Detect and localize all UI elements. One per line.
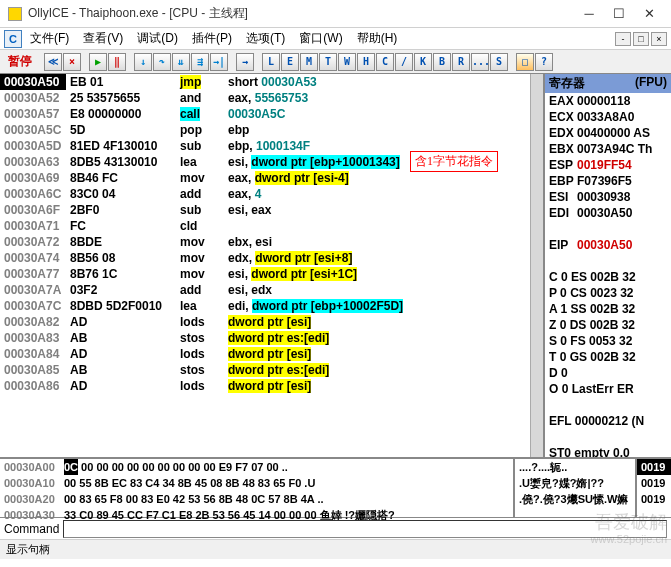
flag-row: C 0 ES 002B 32	[545, 269, 671, 285]
toolbar-B[interactable]: B	[433, 53, 451, 71]
dump-address-col: 00030A0000030A1000030A2000030A30	[0, 459, 60, 517]
help-button[interactable]: ?	[535, 53, 553, 71]
toolbar-T[interactable]: T	[319, 53, 337, 71]
disasm-row[interactable]: 00030A57E8 00000000call00030A5C	[0, 106, 543, 122]
menu-文件(F)[interactable]: 文件(F)	[24, 28, 75, 49]
flag-row: A 1 SS 002B 32	[545, 301, 671, 317]
menu-查看(V)[interactable]: 查看(V)	[77, 28, 129, 49]
reg-EAX: EAX00000118	[545, 93, 671, 109]
mdi-minimize[interactable]: -	[615, 32, 631, 46]
disasm-row[interactable]: 00030A778B76 1Cmovesi, dword ptr [esi+1C…	[0, 266, 543, 282]
window-title: OllyICE - Thaiphoon.exe - [CPU - 主线程]	[28, 5, 575, 22]
run-button[interactable]: ▶	[89, 53, 107, 71]
registers-pane[interactable]: 寄存器(FPU) EAX00000118ECX0033A8A0EDX004000…	[543, 74, 671, 457]
menu-帮助(H)[interactable]: 帮助(H)	[351, 28, 404, 49]
goto-button[interactable]: →	[236, 53, 254, 71]
toolbar: 暂停 ≪ × ▶ ‖ ↓ ↷ ⇊ ⇶ →| → LEMTWHC/KBR...S …	[0, 50, 671, 74]
disasm-row[interactable]: 00030A5C5Dpopebp	[0, 122, 543, 138]
flag-row: P 0 CS 0023 32	[545, 285, 671, 301]
command-label: Command	[4, 522, 59, 536]
mdi-close[interactable]: ×	[651, 32, 667, 46]
toolbar-E[interactable]: E	[281, 53, 299, 71]
status-paused: 暂停	[4, 53, 36, 70]
disasm-row[interactable]: 00030A83ABstosdword ptr es:[edi]	[0, 330, 543, 346]
minimize-button[interactable]: ─	[575, 2, 603, 26]
command-input[interactable]	[63, 520, 667, 538]
dump-ascii-col: ....?....轭...U嬱皃?媟?媠|??.僥?.僥?3爔SU愫.W嫲	[513, 459, 635, 517]
disasm-row[interactable]: 00030A7A03F2addesi, edx	[0, 282, 543, 298]
options-button[interactable]: □	[516, 53, 534, 71]
reg-EDI: EDI00030A50	[545, 205, 671, 221]
disasm-row[interactable]: 00030A84ADlodsdword ptr [esi]	[0, 346, 543, 362]
titlebar: OllyICE - Thaiphoon.exe - [CPU - 主线程] ─ …	[0, 0, 671, 28]
disasm-row[interactable]: 00030A698B46 FCmoveax, dword ptr [esi-4]	[0, 170, 543, 186]
mdi-controls: - □ ×	[615, 32, 667, 46]
toolbar-W[interactable]: W	[338, 53, 356, 71]
menu-调试(D)[interactable]: 调试(D)	[131, 28, 184, 49]
disasm-row[interactable]: 00030A82ADlodsdword ptr [esi]	[0, 314, 543, 330]
disasm-row[interactable]: 00030A748B56 08movedx, dword ptr [esi+8]	[0, 250, 543, 266]
stop-button[interactable]: ×	[63, 53, 81, 71]
menubar: C 文件(F)查看(V)调试(D)插件(P)选项(T)窗口(W)帮助(H) - …	[0, 28, 671, 50]
disasm-row[interactable]: 00030A6F2BF0subesi, eax	[0, 202, 543, 218]
app-icon	[8, 7, 22, 21]
pause-button[interactable]: ‖	[108, 53, 126, 71]
registers-header: 寄存器(FPU)	[545, 74, 671, 93]
window-controls: ─ ☐ ✕	[575, 2, 663, 26]
reg-EDX: EDX00400000 AS	[545, 125, 671, 141]
disasm-row[interactable]: 00030A85ABstosdword ptr es:[edi]	[0, 362, 543, 378]
maximize-button[interactable]: ☐	[605, 2, 633, 26]
disassembly-pane[interactable]: 00030A50EB 01jmpshort 00030A5300030A5225…	[0, 74, 543, 457]
trace-into-button[interactable]: ⇊	[172, 53, 190, 71]
flag-row: T 0 GS 002B 32	[545, 349, 671, 365]
toolbar-L[interactable]: L	[262, 53, 280, 71]
step-into-button[interactable]: ↓	[134, 53, 152, 71]
stack-col: 001900190019	[635, 459, 671, 517]
disasm-row[interactable]: 00030A5225 53575655andeax, 55565753	[0, 90, 543, 106]
flag-row: S 0 FS 0053 32	[545, 333, 671, 349]
toolbar-S[interactable]: S	[490, 53, 508, 71]
flag-row: D 0	[545, 365, 671, 381]
menu-窗口(W)[interactable]: 窗口(W)	[293, 28, 348, 49]
toolbar-C[interactable]: C	[376, 53, 394, 71]
command-bar: Command	[0, 517, 671, 539]
toolbar-M[interactable]: M	[300, 53, 318, 71]
disasm-row[interactable]: 00030A86ADlodsdword ptr [esi]	[0, 378, 543, 394]
toolbar-K[interactable]: K	[414, 53, 432, 71]
disasm-row[interactable]: 00030A6C83C0 04addeax, 4	[0, 186, 543, 202]
efl-row: EFL 00000212 (N	[545, 413, 671, 429]
execute-till-button[interactable]: →|	[210, 53, 228, 71]
main-area: 00030A50EB 01jmpshort 00030A5300030A5225…	[0, 74, 671, 457]
menu-选项(T)[interactable]: 选项(T)	[240, 28, 291, 49]
reg-EBP: EBPF07396F5	[545, 173, 671, 189]
annotation-label: 含1字节花指令	[410, 151, 498, 172]
reg-ESI: ESI00030938	[545, 189, 671, 205]
watermark: 吾爱破解 www.52pojie.cn	[591, 513, 667, 545]
disasm-row[interactable]: 00030A71FCcld	[0, 218, 543, 234]
disasm-row[interactable]: 00030A7C8DBD 5D2F0010leaedi, dword ptr […	[0, 298, 543, 314]
disasm-row[interactable]: 00030A728BDEmovebx, esi	[0, 234, 543, 250]
disasm-row[interactable]: 00030A50EB 01jmpshort 00030A53	[0, 74, 543, 90]
cpu-icon[interactable]: C	[4, 30, 22, 48]
scrollbar[interactable]	[530, 74, 543, 457]
dump-pane[interactable]: 00030A0000030A1000030A2000030A30 0C 00 0…	[0, 457, 671, 517]
reg-EBX: EBX0073A94C Th	[545, 141, 671, 157]
dump-hex-col: 0C 00 00 00 00 00 00 00 00 00 E9 F7 07 0…	[60, 459, 513, 517]
reg-ECX: ECX0033A8A0	[545, 109, 671, 125]
menu-插件(P)[interactable]: 插件(P)	[186, 28, 238, 49]
toolbar-H[interactable]: H	[357, 53, 375, 71]
toolbar-/[interactable]: /	[395, 53, 413, 71]
fpu-row: ST0 empty 0.0	[545, 445, 671, 457]
flag-row: Z 0 DS 002B 32	[545, 317, 671, 333]
toolbar-...[interactable]: ...	[471, 53, 489, 71]
toolbar-R[interactable]: R	[452, 53, 470, 71]
mdi-restore[interactable]: □	[633, 32, 649, 46]
reg-ESP: ESP0019FF54	[545, 157, 671, 173]
status-bar: 显示句柄	[0, 539, 671, 559]
trace-over-button[interactable]: ⇶	[191, 53, 209, 71]
step-over-button[interactable]: ↷	[153, 53, 171, 71]
close-button[interactable]: ✕	[635, 2, 663, 26]
reg-eip: EIP00030A50	[545, 237, 671, 253]
flag-row: O 0 LastErr ER	[545, 381, 671, 397]
rewind-button[interactable]: ≪	[44, 53, 62, 71]
